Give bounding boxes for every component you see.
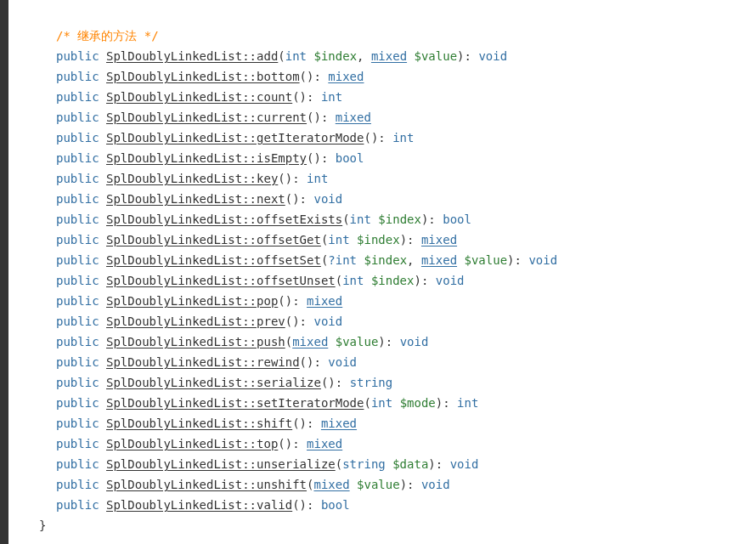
return-type: int — [321, 90, 342, 104]
method-signature: public SplDoublyLinkedList::add(int $ind… — [39, 46, 725, 66]
return-type: void — [400, 335, 429, 348]
return-type-link[interactable]: mixed — [307, 294, 342, 308]
method-name-link[interactable]: SplDoublyLinkedList::prev — [106, 314, 285, 328]
open-paren: ( — [285, 192, 292, 206]
method-name-link[interactable]: SplDoublyLinkedList::offsetUnset — [106, 274, 336, 287]
modifier-keyword: public — [56, 437, 99, 450]
open-paren: ( — [336, 457, 342, 471]
return-type: bool — [336, 151, 364, 165]
open-paren: ( — [292, 498, 299, 512]
method-name-link[interactable]: SplDoublyLinkedList::setIteratorMode — [106, 396, 364, 410]
method-signature: public SplDoublyLinkedList::offsetSet(?i… — [39, 250, 725, 270]
method-signature: public SplDoublyLinkedList::pop(): mixed — [39, 291, 725, 311]
return-type-link[interactable]: mixed — [421, 233, 457, 246]
method-signature: public SplDoublyLinkedList::serialize():… — [39, 372, 725, 393]
close-brace: } — [39, 515, 725, 536]
method-signature: public SplDoublyLinkedList::valid(): boo… — [39, 495, 725, 515]
open-paren: ( — [278, 49, 285, 63]
method-signature: public SplDoublyLinkedList::offsetExists… — [39, 209, 725, 230]
close-paren-colon: ): — [371, 131, 392, 144]
close-paren-colon: ): — [378, 335, 399, 348]
method-name-link[interactable]: SplDoublyLinkedList::bottom — [106, 70, 300, 83]
close-paren-colon: ): — [414, 274, 435, 287]
param-name: $index — [364, 253, 407, 267]
close-paren-colon: ): — [300, 90, 321, 104]
modifier-keyword: public — [56, 110, 99, 124]
open-paren: ( — [292, 416, 299, 430]
method-signature: public SplDoublyLinkedList::count(): int — [39, 87, 725, 107]
method-signature: public SplDoublyLinkedList::current(): m… — [39, 107, 725, 128]
method-name-link[interactable]: SplDoublyLinkedList::isEmpty — [106, 151, 307, 165]
method-name-link[interactable]: SplDoublyLinkedList::add — [106, 49, 278, 63]
close-paren-colon: ): — [300, 498, 321, 512]
method-name-link[interactable]: SplDoublyLinkedList::unserialize — [106, 457, 336, 471]
close-paren-colon: ): — [300, 416, 321, 430]
open-paren: ( — [278, 294, 285, 308]
param-type: int — [371, 396, 392, 410]
method-signature: public SplDoublyLinkedList::rewind(): vo… — [39, 352, 725, 372]
open-paren: ( — [278, 172, 285, 185]
close-paren-colon: ): — [313, 110, 335, 124]
modifier-keyword: public — [56, 49, 99, 63]
method-signature: public SplDoublyLinkedList::next(): void — [39, 189, 725, 209]
close-paren-colon: ): — [436, 396, 457, 410]
return-type-link[interactable]: mixed — [328, 70, 364, 83]
method-name-link[interactable]: SplDoublyLinkedList::unshift — [106, 478, 307, 491]
modifier-keyword: public — [56, 233, 99, 246]
return-type-link[interactable]: mixed — [307, 437, 342, 450]
method-name-link[interactable]: SplDoublyLinkedList::key — [106, 172, 278, 185]
method-name-link[interactable]: SplDoublyLinkedList::push — [106, 335, 285, 348]
method-name-link[interactable]: SplDoublyLinkedList::offsetGet — [106, 233, 321, 246]
method-signature: public SplDoublyLinkedList::unserialize(… — [39, 454, 725, 474]
close-paren-colon: ): — [285, 294, 307, 308]
return-type: bool — [443, 212, 471, 226]
comma: , — [357, 49, 371, 63]
method-name-link[interactable]: SplDoublyLinkedList::rewind — [106, 355, 300, 369]
method-signature: public SplDoublyLinkedList::bottom(): mi… — [39, 66, 725, 87]
param-name: $value — [336, 335, 379, 348]
method-signature: public SplDoublyLinkedList::unshift(mixe… — [39, 474, 725, 495]
method-name-link[interactable]: SplDoublyLinkedList::top — [106, 437, 278, 450]
param-type-link[interactable]: mixed — [292, 335, 328, 348]
method-name-link[interactable]: SplDoublyLinkedList::valid — [106, 498, 292, 512]
return-type: string — [350, 376, 393, 389]
method-name-link[interactable]: SplDoublyLinkedList::offsetSet — [106, 253, 321, 267]
open-paren: ( — [336, 274, 342, 287]
param-name: $index — [378, 212, 421, 226]
param-type-link[interactable]: mixed — [371, 49, 407, 63]
open-paren: ( — [300, 355, 307, 369]
return-type: bool — [321, 498, 350, 512]
return-type: int — [392, 131, 414, 144]
param-type: int — [285, 49, 307, 63]
param-type-link[interactable]: mixed — [313, 478, 349, 491]
modifier-keyword: public — [56, 376, 99, 389]
method-name-link[interactable]: SplDoublyLinkedList::serialize — [106, 376, 321, 389]
modifier-keyword: public — [56, 212, 99, 226]
method-name-link[interactable]: SplDoublyLinkedList::getIteratorMode — [106, 131, 364, 144]
method-name-link[interactable]: SplDoublyLinkedList::next — [106, 192, 285, 206]
param-type-link[interactable]: mixed — [421, 253, 457, 267]
return-type: void — [313, 192, 342, 206]
method-name-link[interactable]: SplDoublyLinkedList::count — [106, 90, 292, 104]
modifier-keyword: public — [56, 90, 99, 104]
method-signature: public SplDoublyLinkedList::key(): int — [39, 168, 725, 189]
open-paren: ( — [342, 212, 349, 226]
open-paren: ( — [364, 131, 370, 144]
close-paren-colon: ): — [400, 478, 421, 491]
modifier-keyword: public — [56, 335, 99, 348]
modifier-keyword: public — [56, 151, 99, 165]
param-name: $index — [313, 49, 357, 63]
return-type-link[interactable]: mixed — [321, 416, 357, 430]
method-name-link[interactable]: SplDoublyLinkedList::current — [106, 110, 307, 124]
close-paren-colon: ): — [285, 172, 307, 185]
method-name-link[interactable]: SplDoublyLinkedList::offsetExists — [106, 212, 342, 226]
method-signature: public SplDoublyLinkedList::push(mixed $… — [39, 332, 725, 352]
modifier-keyword: public — [56, 172, 99, 185]
section-comment: /* 继承的方法 */ — [39, 26, 725, 46]
modifier-keyword: public — [56, 294, 99, 308]
method-name-link[interactable]: SplDoublyLinkedList::shift — [106, 416, 292, 430]
return-type: void — [436, 274, 465, 287]
param-type: int — [328, 233, 349, 246]
method-name-link[interactable]: SplDoublyLinkedList::pop — [106, 294, 278, 308]
return-type-link[interactable]: mixed — [336, 110, 371, 124]
